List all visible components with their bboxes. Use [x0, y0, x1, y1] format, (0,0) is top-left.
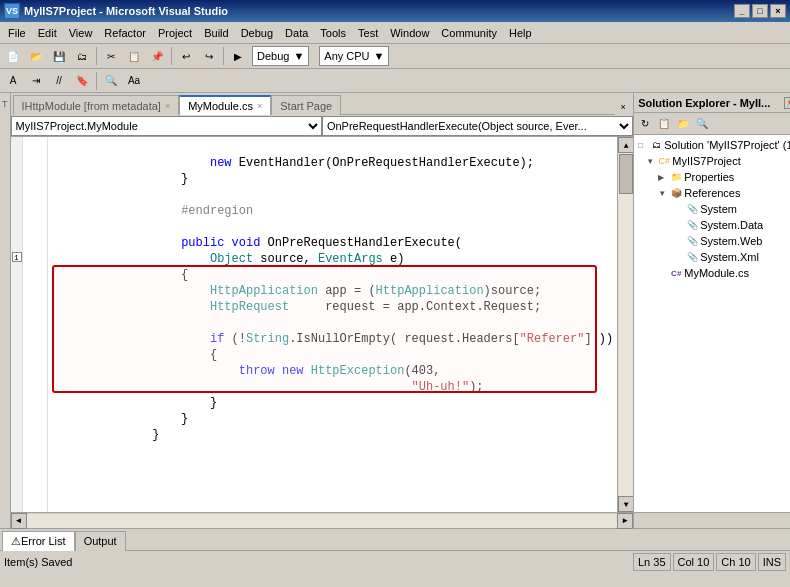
se-properties-button[interactable]: 📋 — [655, 115, 673, 133]
menu-project[interactable]: Project — [152, 23, 198, 43]
close-button[interactable]: × — [770, 4, 786, 18]
scroll-thumb[interactable] — [619, 154, 633, 194]
ln-blank10 — [23, 299, 43, 315]
status-col-label: Col 10 — [678, 556, 710, 568]
tab-mymodule-label: MyModule.cs — [188, 100, 253, 112]
se-pin-button[interactable]: 📌 — [784, 97, 790, 109]
method-dropdown[interactable]: OnPreRequestHandlerExecute(Object source… — [322, 116, 633, 136]
search-button[interactable]: 🔍 — [100, 71, 122, 91]
se-refresh-button[interactable]: ↻ — [636, 115, 654, 133]
app-icon: VS — [4, 3, 20, 19]
properties-label: Properties — [684, 171, 734, 183]
se-show-files-button[interactable]: 📁 — [674, 115, 692, 133]
vertical-scrollbar[interactable]: ▲ ▼ — [617, 137, 633, 512]
tabs-bar: IHttpModule [from metadata] × MyModule.c… — [11, 93, 634, 115]
tree-mymodule[interactable]: C# MyModule.cs — [636, 265, 790, 281]
solution-explorer-title: Solution Explorer - MyII... — [638, 97, 770, 109]
bookmark-button[interactable]: 🔖 — [71, 71, 93, 91]
copy-button[interactable]: 📋 — [123, 46, 145, 66]
tab-error-list[interactable]: ⚠ Error List — [2, 531, 75, 551]
scroll-track[interactable] — [618, 153, 633, 496]
platform-dropdown[interactable]: Any CPU ▼ — [319, 46, 389, 66]
scroll-right-button[interactable]: ► — [617, 513, 633, 529]
h-scroll-track[interactable] — [27, 514, 618, 528]
tab-mymodule[interactable]: MyModule.cs × — [179, 95, 271, 115]
indent-button[interactable]: ⇥ — [25, 71, 47, 91]
menu-refactor[interactable]: Refactor — [98, 23, 152, 43]
tree-references[interactable]: ▼ 📦 References — [636, 185, 790, 201]
ln-blank7 — [23, 235, 43, 251]
editor-left-margin: 1 — [11, 137, 23, 512]
tab-ihttpmodule-close[interactable]: × — [165, 101, 170, 111]
system-xml-expand-icon — [674, 253, 684, 262]
save-button[interactable]: 💾 — [48, 46, 70, 66]
ln-blank — [23, 139, 43, 155]
sidebar-toolbox[interactable]: T — [0, 97, 10, 111]
close-all-tabs-button[interactable]: × — [615, 99, 631, 115]
paste-button[interactable]: 📌 — [146, 46, 168, 66]
code-line-1: new EventHandler(OnPreRequestHandlerExec… — [52, 139, 614, 155]
tab-output-label: Output — [84, 535, 117, 547]
tab-mymodule-close[interactable]: × — [257, 101, 262, 111]
properties-folder-icon: 📁 — [668, 169, 684, 185]
undo-button[interactable]: ↩ — [175, 46, 197, 66]
format-button[interactable]: A — [2, 71, 24, 91]
tree-system-xml[interactable]: 📎 System.Xml — [636, 249, 790, 265]
tree-solution[interactable]: □ 🗂 Solution 'MyIIS7Project' (1 pro... — [636, 137, 790, 153]
solution-tree: □ 🗂 Solution 'MyIIS7Project' (1 pro... ▼… — [634, 135, 790, 512]
menu-edit[interactable]: Edit — [32, 23, 63, 43]
scroll-up-button[interactable]: ▲ — [618, 137, 633, 153]
menu-file[interactable]: File — [2, 23, 32, 43]
tab-error-list-icon: ⚠ — [11, 535, 21, 548]
maximize-button[interactable]: □ — [752, 4, 768, 18]
tree-system[interactable]: 📎 System — [636, 201, 790, 217]
window-controls[interactable]: _ □ × — [734, 4, 786, 18]
menu-test[interactable]: Test — [352, 23, 384, 43]
menu-build[interactable]: Build — [198, 23, 234, 43]
solution-explorer: Solution Explorer - MyII... 📌 × ↻ 📋 📁 🔍 … — [633, 93, 790, 528]
scroll-down-button[interactable]: ▼ — [618, 496, 633, 512]
tab-startpage[interactable]: Start Page — [271, 95, 341, 115]
project-icon: C# — [656, 153, 672, 169]
system-web-ref-icon: 📎 — [684, 233, 700, 249]
open-button[interactable]: 📂 — [25, 46, 47, 66]
tab-output[interactable]: Output — [75, 531, 126, 551]
se-window-controls[interactable]: 📌 × — [784, 97, 790, 109]
code-editor[interactable]: 1 — [11, 137, 634, 512]
menu-community[interactable]: Community — [435, 23, 503, 43]
title-bar: VS MyIIS7Project - Microsoft Visual Stud… — [0, 0, 790, 22]
left-sidebar: T — [0, 93, 11, 528]
separator-4 — [96, 72, 97, 90]
menu-debug[interactable]: Debug — [235, 23, 279, 43]
find-button[interactable]: Aa — [123, 71, 145, 91]
status-ln: Ln 35 — [633, 553, 671, 571]
start-debug-button[interactable]: ▶ — [227, 46, 249, 66]
menu-view[interactable]: View — [63, 23, 99, 43]
cut-button[interactable]: ✂ — [100, 46, 122, 66]
comment-button[interactable]: // — [48, 71, 70, 91]
tree-properties[interactable]: ▶ 📁 Properties — [636, 169, 790, 185]
tree-system-web[interactable]: 📎 System.Web — [636, 233, 790, 249]
horizontal-scrollbar[interactable]: ◄ ► — [11, 512, 634, 528]
scroll-left-button[interactable]: ◄ — [11, 513, 27, 529]
tab-ihttpmodule[interactable]: IHttpModule [from metadata] × — [13, 95, 180, 115]
class-dropdown[interactable]: MyIIS7Project.MyModule — [11, 116, 322, 136]
se-filter-button[interactable]: 🔍 — [693, 115, 711, 133]
menu-data[interactable]: Data — [279, 23, 314, 43]
se-scroll[interactable] — [634, 512, 790, 528]
solution-expand-icon: □ — [638, 141, 648, 150]
platform-label: Any CPU — [324, 50, 369, 62]
save-all-button[interactable]: 🗂 — [71, 46, 93, 66]
menu-tools[interactable]: Tools — [314, 23, 352, 43]
separator-3 — [223, 47, 224, 65]
tree-project[interactable]: ▼ C# MyIIS7Project — [636, 153, 790, 169]
new-file-button[interactable]: 📄 — [2, 46, 24, 66]
debug-mode-dropdown[interactable]: Debug ▼ — [252, 46, 309, 66]
window-title: MyIIS7Project - Microsoft Visual Studio — [24, 5, 228, 17]
tree-system-data[interactable]: 📎 System.Data — [636, 217, 790, 233]
menu-window[interactable]: Window — [384, 23, 435, 43]
code-content[interactable]: new EventHandler(OnPreRequestHandlerExec… — [48, 137, 618, 512]
menu-help[interactable]: Help — [503, 23, 538, 43]
minimize-button[interactable]: _ — [734, 4, 750, 18]
redo-button[interactable]: ↪ — [198, 46, 220, 66]
